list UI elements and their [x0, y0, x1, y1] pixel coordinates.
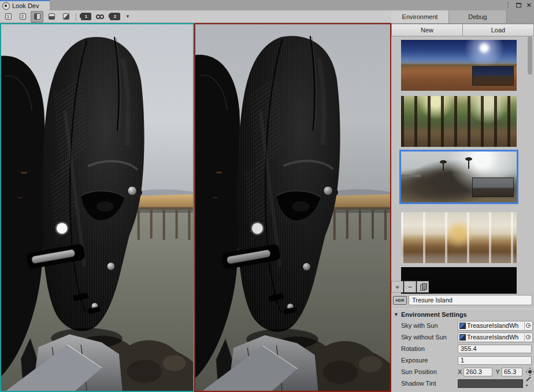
- maximize-icon[interactable]: [516, 3, 521, 8]
- hdr-name-field[interactable]: Tresure Island: [409, 295, 532, 305]
- sky-with-sun-field[interactable]: TreasureIslandWh: [458, 321, 533, 331]
- rotation-field[interactable]: 355.4: [458, 345, 532, 353]
- texture-icon: [459, 334, 466, 341]
- eyedropper-icon[interactable]: [525, 379, 534, 388]
- add-hdri-button[interactable]: +: [391, 281, 403, 293]
- hdri-thumbnail-church[interactable]: [401, 212, 517, 263]
- sun-icon: [528, 370, 532, 373]
- hdri-shadow-inset: [472, 66, 514, 86]
- hdr-name-row: HDR Tresure Island: [391, 294, 534, 306]
- environment-panel: Environment Debug New Load: [391, 10, 534, 392]
- viewport-1[interactable]: [0, 23, 194, 392]
- render-view-2: [195, 24, 390, 391]
- single-2-icon: 2: [20, 13, 26, 20]
- hdri-list: + −: [391, 36, 534, 294]
- settings-header-label: Environment Settings: [401, 311, 467, 318]
- hdr-badge: HDR: [393, 296, 407, 305]
- layout-single-2-button[interactable]: 2: [16, 11, 29, 23]
- camera-2-button[interactable]: 2: [109, 11, 121, 23]
- hdri-scrollbar[interactable]: [526, 36, 533, 294]
- look-dev-window: Look Dev ⋮ × 1 2 1 2: [0, 0, 534, 392]
- split-zone-icon: [63, 13, 69, 20]
- side-by-side-icon: [34, 13, 40, 20]
- tab-environment[interactable]: Environment: [391, 10, 449, 23]
- camera-dropdown-icon[interactable]: ▼: [123, 14, 132, 19]
- remove-icon: −: [408, 283, 413, 291]
- texture-icon: [459, 323, 466, 329]
- hdri-thumbnail-savanna[interactable]: [401, 40, 517, 91]
- viewport-2[interactable]: [194, 23, 391, 392]
- row-rotation: Rotation 355.4: [391, 343, 534, 354]
- palm-tree: [443, 162, 444, 171]
- hdri-shadow-inset: [472, 177, 514, 197]
- row-sky-without-sun: Sky without Sun TreasureIslandWh: [391, 331, 534, 343]
- x-axis-label: X: [458, 368, 462, 375]
- link-cameras-button[interactable]: [94, 11, 107, 23]
- remove-hdri-button[interactable]: −: [404, 281, 416, 293]
- sky-without-sun-field[interactable]: TreasureIslandWh: [458, 332, 533, 342]
- new-button[interactable]: New: [391, 24, 463, 36]
- row-sun-position: Sun Position X 260.3 Y 65.3: [391, 366, 534, 378]
- render-view-1: [1, 24, 193, 391]
- panel-tab-bar: Environment Debug: [391, 10, 534, 24]
- layout-split-horizontal-button[interactable]: [45, 11, 58, 23]
- tab-title: Look Dev: [12, 2, 39, 9]
- link-icon: [96, 13, 105, 20]
- duplicate-hdri-button[interactable]: [417, 281, 429, 293]
- tab-look-dev[interactable]: Look Dev: [0, 0, 50, 10]
- single-1-icon: 1: [5, 13, 12, 20]
- layout-side-by-side-button[interactable]: [31, 11, 43, 23]
- pier-detail: [401, 175, 421, 177]
- foldout-arrow-icon: ▼: [394, 312, 399, 317]
- row-sky-with-sun: Sky with Sun TreasureIslandWh: [391, 320, 534, 331]
- hdri-list-tools: + −: [391, 281, 429, 293]
- hdri-thumbnail-treasure-island[interactable]: [399, 150, 518, 204]
- camera-1-button[interactable]: 1: [80, 11, 92, 23]
- layout-single-1-button[interactable]: 1: [2, 11, 14, 23]
- environment-settings-foldout[interactable]: ▼ Environment Settings: [391, 309, 534, 320]
- close-icon[interactable]: ×: [526, 1, 531, 9]
- y-axis-label: Y: [496, 368, 500, 375]
- palm-tree: [468, 160, 469, 169]
- hdri-actions: New Load: [391, 24, 534, 36]
- layout-split-zone-button[interactable]: [60, 11, 72, 23]
- look-dev-eye-icon: [2, 2, 10, 10]
- sun-position-picker-button[interactable]: [525, 367, 534, 376]
- split-horizontal-icon: [49, 13, 55, 20]
- window-menu-icon[interactable]: ⋮: [505, 2, 511, 8]
- sun-x-field[interactable]: 260.3: [463, 368, 492, 376]
- row-exposure: Exposure 1: [391, 354, 534, 366]
- tab-debug[interactable]: Debug: [449, 10, 507, 23]
- sun-y-field[interactable]: 65.3: [502, 368, 522, 376]
- window-tab-strip: Look Dev ⋮ ×: [0, 0, 534, 11]
- object-picker-icon[interactable]: [524, 322, 532, 330]
- load-button[interactable]: Load: [463, 24, 534, 36]
- scrollbar-thumb[interactable]: [528, 36, 532, 75]
- object-picker-icon[interactable]: [524, 334, 532, 341]
- shadow-tint-swatch[interactable]: [458, 379, 523, 388]
- add-icon: +: [395, 283, 400, 291]
- duplicate-icon: [420, 283, 426, 290]
- lookdev-toolbar: 1 2 1 2 ▼: [0, 10, 391, 23]
- camera-1-icon: 1: [81, 13, 91, 20]
- row-shadow-tint: Shadow Tint: [391, 378, 534, 389]
- exposure-field[interactable]: 1: [458, 356, 532, 365]
- camera-2-icon: 2: [110, 13, 120, 20]
- hdri-thumbnail-forest[interactable]: [401, 96, 517, 147]
- toolbar-separator: [76, 13, 76, 21]
- lookdev-viewports: [0, 23, 391, 392]
